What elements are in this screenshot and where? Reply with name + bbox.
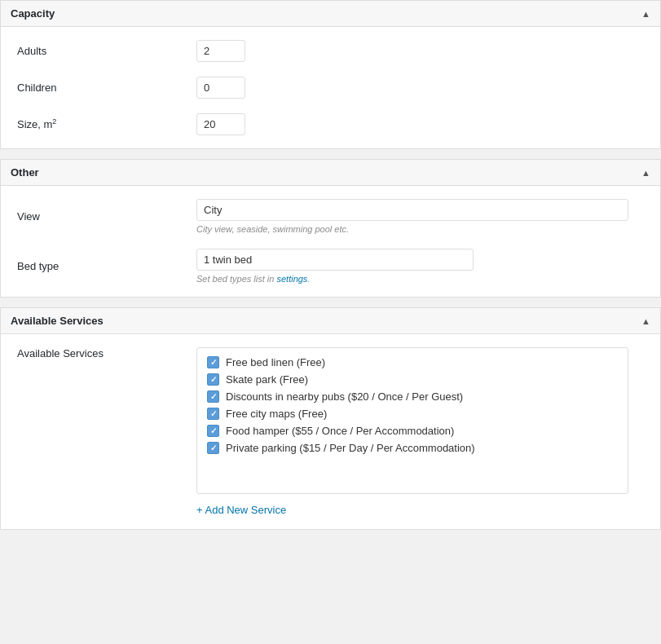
service-label-4: Food hamper ($55 / Once / Per Accommodat… [226, 425, 454, 437]
children-row: Children [17, 77, 644, 99]
available-services-label: Available Services [17, 347, 196, 359]
bed-type-input[interactable] [196, 249, 474, 271]
services-panel: Available Services ▲ Available Services … [0, 307, 661, 530]
capacity-body: Adults Children Size, m2 [1, 27, 660, 148]
services-row: Available Services Free bed linen (Free)… [17, 347, 644, 516]
services-title: Available Services [11, 315, 104, 327]
service-label-0: Free bed linen (Free) [226, 356, 325, 368]
size-row: Size, m2 [17, 113, 644, 135]
service-item: Free city maps (Free) [207, 408, 618, 420]
view-input[interactable] [196, 199, 628, 221]
service-label-1: Skate park (Free) [226, 373, 308, 386]
services-box: Free bed linen (Free)Skate park (Free)Di… [196, 347, 628, 494]
service-checkbox-1[interactable] [207, 373, 219, 386]
bed-type-row: Bed type Set bed types list in settings. [17, 249, 644, 284]
bed-type-field-group: Set bed types list in settings. [196, 249, 474, 284]
capacity-toggle-icon: ▲ [641, 9, 650, 19]
other-panel: Other ▲ View City view, seaside, swimmin… [0, 159, 661, 298]
children-input[interactable] [196, 77, 245, 99]
settings-link[interactable]: settings [276, 274, 307, 284]
service-item: Free bed linen (Free) [207, 356, 618, 368]
services-toggle-icon: ▲ [641, 316, 650, 326]
other-body: View City view, seaside, swimming pool e… [1, 186, 660, 297]
service-label-3: Free city maps (Free) [226, 408, 327, 420]
view-row: View City view, seaside, swimming pool e… [17, 199, 644, 234]
capacity-panel: Capacity ▲ Adults Children Size, m2 [0, 0, 661, 149]
add-service-link[interactable]: + Add New Service [196, 504, 628, 516]
service-item: Discounts in nearby pubs ($20 / Once / P… [207, 390, 618, 403]
services-panel-header[interactable]: Available Services ▲ [1, 308, 660, 334]
capacity-panel-header[interactable]: Capacity ▲ [1, 1, 660, 27]
adults-input[interactable] [196, 40, 245, 62]
other-title: Other [11, 166, 39, 179]
service-checkbox-2[interactable] [207, 390, 219, 403]
adults-row: Adults [17, 40, 644, 62]
view-hint: City view, seaside, swimming pool etc. [196, 224, 628, 234]
service-item: Food hamper ($55 / Once / Per Accommodat… [207, 425, 618, 437]
size-label: Size, m2 [17, 117, 196, 130]
bed-type-label: Bed type [17, 260, 196, 272]
view-field-group: City view, seaside, swimming pool etc. [196, 199, 628, 234]
service-checkbox-5[interactable] [207, 442, 219, 454]
service-item: Private parking ($15 / Per Day / Per Acc… [207, 442, 618, 454]
service-checkbox-0[interactable] [207, 356, 219, 368]
size-input[interactable] [196, 113, 245, 135]
view-label: View [17, 210, 196, 223]
service-item: Skate park (Free) [207, 373, 618, 386]
services-body: Available Services Free bed linen (Free)… [1, 334, 660, 529]
capacity-title: Capacity [11, 7, 55, 20]
bed-type-hint: Set bed types list in settings. [196, 274, 474, 284]
children-label: Children [17, 82, 196, 94]
services-field-group: Free bed linen (Free)Skate park (Free)Di… [196, 347, 628, 516]
service-checkbox-3[interactable] [207, 408, 219, 420]
service-label-2: Discounts in nearby pubs ($20 / Once / P… [226, 390, 463, 403]
other-toggle-icon: ▲ [641, 168, 650, 178]
adults-label: Adults [17, 45, 196, 57]
other-panel-header[interactable]: Other ▲ [1, 160, 660, 186]
service-label-5: Private parking ($15 / Per Day / Per Acc… [226, 442, 475, 454]
service-checkbox-4[interactable] [207, 425, 219, 437]
